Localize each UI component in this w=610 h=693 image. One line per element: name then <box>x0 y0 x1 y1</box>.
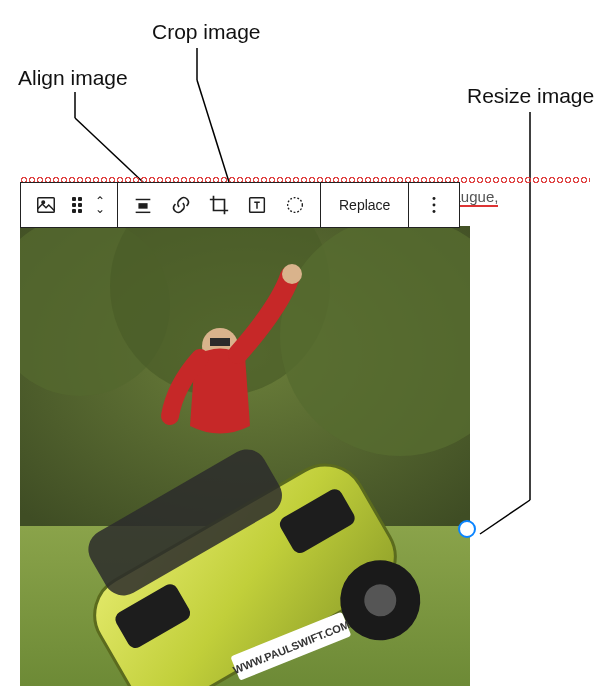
svg-point-12 <box>288 198 303 213</box>
image-block-icon <box>35 194 57 216</box>
move-up-down-icon: ⌃⌄ <box>95 197 105 213</box>
svg-line-5 <box>480 500 530 534</box>
crop-icon <box>208 194 230 216</box>
drag-handle[interactable] <box>65 183 89 227</box>
more-options-button[interactable] <box>415 183 453 227</box>
svg-rect-9 <box>138 203 147 209</box>
svg-point-31 <box>282 264 302 284</box>
duotone-icon <box>284 194 306 216</box>
image-block-toolbar: ⌃⌄ <box>20 182 460 228</box>
link-button[interactable] <box>162 183 200 227</box>
text-overlay-icon <box>246 194 268 216</box>
link-icon <box>170 194 192 216</box>
more-options-icon <box>423 194 445 216</box>
replace-button-label: Replace <box>339 197 390 213</box>
svg-rect-30 <box>210 338 230 346</box>
block-type-button[interactable] <box>27 183 65 227</box>
callout-resize-label: Resize image <box>467 84 594 108</box>
svg-point-13 <box>433 197 436 200</box>
svg-point-7 <box>42 201 45 204</box>
align-button[interactable] <box>124 183 162 227</box>
svg-rect-6 <box>38 198 55 213</box>
svg-point-14 <box>433 204 436 207</box>
image-block[interactable]: WWW.PAULSWIFT.COM <box>20 226 470 686</box>
text-overlay-button[interactable] <box>238 183 276 227</box>
image-content: WWW.PAULSWIFT.COM <box>20 226 470 686</box>
move-up-down[interactable]: ⌃⌄ <box>89 183 111 227</box>
resize-handle[interactable] <box>458 520 476 538</box>
duotone-button[interactable] <box>276 183 314 227</box>
replace-button[interactable]: Replace <box>327 183 402 227</box>
callout-align-label: Align image <box>18 66 128 90</box>
drag-handle-icon <box>72 197 82 213</box>
crop-button[interactable] <box>200 183 238 227</box>
svg-point-15 <box>433 210 436 213</box>
align-center-icon <box>132 194 154 216</box>
callout-crop-label: Crop image <box>152 20 261 44</box>
